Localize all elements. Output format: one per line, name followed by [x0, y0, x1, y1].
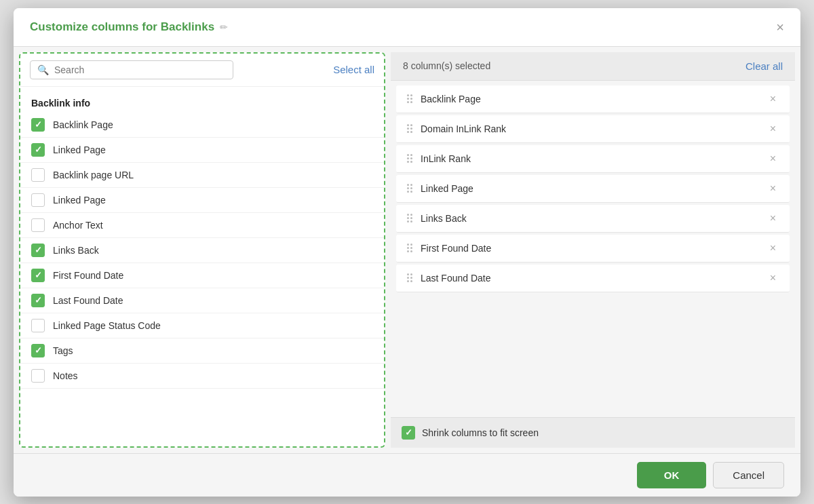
- shrink-checkbox[interactable]: [402, 426, 415, 440]
- item-checkbox[interactable]: [31, 319, 45, 332]
- selected-item: Domain InLink Rank×: [396, 115, 790, 143]
- shrink-label: Shrink columns to fit screen: [422, 427, 539, 438]
- item-label: Anchor Text: [53, 220, 103, 231]
- item-label: Linked Page: [53, 144, 106, 155]
- list-item[interactable]: Tags: [20, 338, 384, 364]
- ok-button[interactable]: OK: [637, 462, 707, 488]
- list-item[interactable]: Anchor Text: [20, 213, 384, 238]
- item-label: Linked Page: [53, 195, 106, 206]
- modal-body: 🔍 Select all Backlink info Backlink Page…: [14, 47, 800, 453]
- item-checkbox[interactable]: [31, 369, 45, 383]
- shrink-row: Shrink columns to fit screen: [391, 417, 795, 448]
- selected-item-label: Last Found Date: [421, 273, 767, 284]
- drag-handle[interactable]: [407, 184, 412, 193]
- drag-handle[interactable]: [407, 154, 412, 163]
- remove-item-button[interactable]: ×: [767, 271, 779, 285]
- close-button[interactable]: ×: [776, 20, 784, 34]
- customize-columns-modal: Customize columns for Backlinks ✏ × 🔍 Se…: [14, 8, 800, 497]
- select-all-button[interactable]: Select all: [333, 64, 374, 75]
- remove-item-button[interactable]: ×: [767, 182, 779, 195]
- item-label: Backlink page URL: [53, 170, 134, 180]
- edit-icon[interactable]: ✏: [220, 22, 228, 33]
- item-checkbox[interactable]: [31, 218, 45, 232]
- item-label: Notes: [53, 370, 78, 381]
- clear-all-button[interactable]: Clear all: [745, 60, 783, 72]
- selected-item-label: Backlink Page: [421, 94, 767, 104]
- drag-handle[interactable]: [407, 124, 412, 133]
- drag-handle[interactable]: [407, 244, 412, 252]
- search-input[interactable]: [54, 64, 226, 75]
- modal-footer: OK Cancel: [14, 453, 800, 497]
- item-checkbox[interactable]: [31, 118, 45, 132]
- items-list: Backlink info Backlink PageLinked PageBa…: [20, 87, 384, 446]
- selected-item: First Found Date×: [396, 235, 790, 263]
- right-top-bar: 8 column(s) selected Clear all: [391, 52, 795, 81]
- section-header: Backlink info: [20, 92, 384, 113]
- list-item[interactable]: Linked Page Status Code: [20, 313, 384, 338]
- columns-count: 8 column(s) selected: [403, 60, 490, 71]
- selected-item-label: Domain InLink Rank: [421, 123, 767, 134]
- drag-handle[interactable]: [407, 273, 412, 282]
- selected-item-label: Linked Page: [421, 183, 767, 194]
- remove-item-button[interactable]: ×: [767, 92, 779, 106]
- item-label: Linked Page Status Code: [53, 320, 161, 331]
- item-checkbox[interactable]: [31, 344, 45, 357]
- item-checkbox[interactable]: [31, 269, 45, 282]
- remove-item-button[interactable]: ×: [767, 241, 779, 255]
- modal-header: Customize columns for Backlinks ✏ ×: [14, 8, 800, 47]
- item-checkbox[interactable]: [31, 294, 45, 307]
- item-checkbox[interactable]: [31, 168, 45, 182]
- selected-item: Linked Page×: [396, 175, 790, 203]
- selected-item: InLink Rank×: [396, 145, 790, 173]
- cancel-button[interactable]: Cancel: [713, 462, 784, 488]
- left-top-bar: 🔍 Select all: [20, 54, 384, 87]
- drag-handle[interactable]: [407, 94, 412, 103]
- search-icon: 🔍: [37, 64, 49, 75]
- selected-item: Links Back×: [396, 205, 790, 233]
- selected-item-label: First Found Date: [421, 243, 767, 254]
- selected-item: Last Found Date×: [396, 265, 790, 292]
- remove-item-button[interactable]: ×: [767, 122, 779, 136]
- item-label: Tags: [53, 345, 73, 356]
- list-item[interactable]: Notes: [20, 364, 384, 389]
- modal-title: Customize columns for Backlinks: [30, 20, 214, 34]
- item-checkbox[interactable]: [31, 193, 45, 207]
- list-item[interactable]: Backlink Page: [20, 113, 384, 138]
- list-item[interactable]: Linked Page: [20, 188, 384, 213]
- remove-item-button[interactable]: ×: [767, 212, 779, 225]
- selected-item-label: InLink Rank: [421, 153, 767, 164]
- list-item[interactable]: Last Found Date: [20, 288, 384, 313]
- list-item[interactable]: First Found Date: [20, 263, 384, 288]
- item-checkbox[interactable]: [31, 244, 45, 257]
- item-label: Links Back: [53, 245, 99, 256]
- left-panel: 🔍 Select all Backlink info Backlink Page…: [19, 52, 385, 448]
- right-panel: 8 column(s) selected Clear all Backlink …: [391, 52, 795, 448]
- selected-items-list: Backlink Page×Domain InLink Rank×InLink …: [391, 81, 795, 417]
- item-checkbox[interactable]: [31, 143, 45, 157]
- selected-item: Backlink Page×: [396, 85, 790, 113]
- list-item[interactable]: Links Back: [20, 238, 384, 263]
- remove-item-button[interactable]: ×: [767, 152, 779, 166]
- list-item[interactable]: Backlink page URL: [20, 163, 384, 188]
- item-label: First Found Date: [53, 270, 123, 281]
- item-label: Backlink Page: [53, 119, 113, 130]
- search-box: 🔍: [30, 60, 233, 79]
- selected-item-label: Links Back: [421, 213, 767, 224]
- drag-handle[interactable]: [407, 214, 412, 222]
- list-item[interactable]: Linked Page: [20, 138, 384, 163]
- item-label: Last Found Date: [53, 295, 123, 306]
